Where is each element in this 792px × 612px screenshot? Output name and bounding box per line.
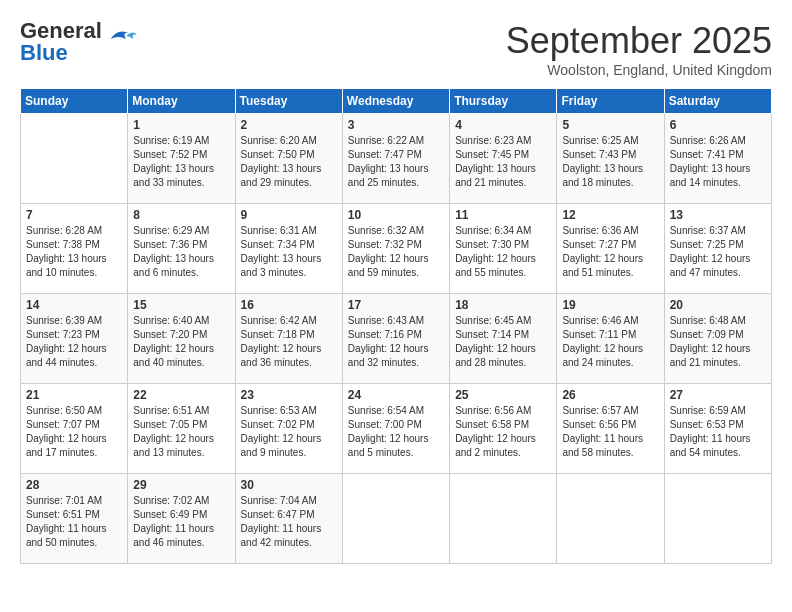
- cell-content: Sunrise: 6:48 AM Sunset: 7:09 PM Dayligh…: [670, 314, 766, 370]
- day-number: 19: [562, 298, 658, 312]
- calendar-cell: 23Sunrise: 6:53 AM Sunset: 7:02 PM Dayli…: [235, 384, 342, 474]
- day-number: 27: [670, 388, 766, 402]
- cell-content: Sunrise: 6:26 AM Sunset: 7:41 PM Dayligh…: [670, 134, 766, 190]
- calendar-cell: [557, 474, 664, 564]
- header-friday: Friday: [557, 89, 664, 114]
- day-number: 28: [26, 478, 122, 492]
- day-number: 24: [348, 388, 444, 402]
- day-number: 6: [670, 118, 766, 132]
- header-saturday: Saturday: [664, 89, 771, 114]
- cell-content: Sunrise: 6:37 AM Sunset: 7:25 PM Dayligh…: [670, 224, 766, 280]
- location: Woolston, England, United Kingdom: [506, 62, 772, 78]
- day-number: 20: [670, 298, 766, 312]
- cell-content: Sunrise: 6:56 AM Sunset: 6:58 PM Dayligh…: [455, 404, 551, 460]
- cell-content: Sunrise: 6:46 AM Sunset: 7:11 PM Dayligh…: [562, 314, 658, 370]
- cell-content: Sunrise: 6:34 AM Sunset: 7:30 PM Dayligh…: [455, 224, 551, 280]
- day-number: 25: [455, 388, 551, 402]
- day-number: 16: [241, 298, 337, 312]
- calendar-cell: 29Sunrise: 7:02 AM Sunset: 6:49 PM Dayli…: [128, 474, 235, 564]
- day-number: 23: [241, 388, 337, 402]
- calendar-cell: 25Sunrise: 6:56 AM Sunset: 6:58 PM Dayli…: [450, 384, 557, 474]
- calendar-cell: 16Sunrise: 6:42 AM Sunset: 7:18 PM Dayli…: [235, 294, 342, 384]
- cell-content: Sunrise: 6:43 AM Sunset: 7:16 PM Dayligh…: [348, 314, 444, 370]
- header-tuesday: Tuesday: [235, 89, 342, 114]
- calendar-cell: 18Sunrise: 6:45 AM Sunset: 7:14 PM Dayli…: [450, 294, 557, 384]
- day-number: 22: [133, 388, 229, 402]
- calendar-cell: 27Sunrise: 6:59 AM Sunset: 6:53 PM Dayli…: [664, 384, 771, 474]
- logo-blue: Blue: [20, 40, 68, 65]
- calendar-week-row: 14Sunrise: 6:39 AM Sunset: 7:23 PM Dayli…: [21, 294, 772, 384]
- calendar-week-row: 21Sunrise: 6:50 AM Sunset: 7:07 PM Dayli…: [21, 384, 772, 474]
- calendar-header-row: SundayMondayTuesdayWednesdayThursdayFrid…: [21, 89, 772, 114]
- day-number: 2: [241, 118, 337, 132]
- calendar-cell: 5Sunrise: 6:25 AM Sunset: 7:43 PM Daylig…: [557, 114, 664, 204]
- calendar-cell: 15Sunrise: 6:40 AM Sunset: 7:20 PM Dayli…: [128, 294, 235, 384]
- logo: General Blue: [20, 20, 137, 64]
- calendar-cell: 30Sunrise: 7:04 AM Sunset: 6:47 PM Dayli…: [235, 474, 342, 564]
- calendar-cell: 21Sunrise: 6:50 AM Sunset: 7:07 PM Dayli…: [21, 384, 128, 474]
- cell-content: Sunrise: 6:19 AM Sunset: 7:52 PM Dayligh…: [133, 134, 229, 190]
- day-number: 18: [455, 298, 551, 312]
- calendar-cell: 20Sunrise: 6:48 AM Sunset: 7:09 PM Dayli…: [664, 294, 771, 384]
- calendar-week-row: 7Sunrise: 6:28 AM Sunset: 7:38 PM Daylig…: [21, 204, 772, 294]
- day-number: 9: [241, 208, 337, 222]
- logo-text: General Blue: [20, 20, 102, 64]
- calendar-cell: 17Sunrise: 6:43 AM Sunset: 7:16 PM Dayli…: [342, 294, 449, 384]
- cell-content: Sunrise: 6:28 AM Sunset: 7:38 PM Dayligh…: [26, 224, 122, 280]
- cell-content: Sunrise: 6:36 AM Sunset: 7:27 PM Dayligh…: [562, 224, 658, 280]
- cell-content: Sunrise: 7:01 AM Sunset: 6:51 PM Dayligh…: [26, 494, 122, 550]
- header-thursday: Thursday: [450, 89, 557, 114]
- cell-content: Sunrise: 6:40 AM Sunset: 7:20 PM Dayligh…: [133, 314, 229, 370]
- calendar-cell: 2Sunrise: 6:20 AM Sunset: 7:50 PM Daylig…: [235, 114, 342, 204]
- calendar-cell: 26Sunrise: 6:57 AM Sunset: 6:56 PM Dayli…: [557, 384, 664, 474]
- cell-content: Sunrise: 6:20 AM Sunset: 7:50 PM Dayligh…: [241, 134, 337, 190]
- calendar-cell: 9Sunrise: 6:31 AM Sunset: 7:34 PM Daylig…: [235, 204, 342, 294]
- cell-content: Sunrise: 7:04 AM Sunset: 6:47 PM Dayligh…: [241, 494, 337, 550]
- header-wednesday: Wednesday: [342, 89, 449, 114]
- cell-content: Sunrise: 6:32 AM Sunset: 7:32 PM Dayligh…: [348, 224, 444, 280]
- calendar-week-row: 28Sunrise: 7:01 AM Sunset: 6:51 PM Dayli…: [21, 474, 772, 564]
- day-number: 21: [26, 388, 122, 402]
- calendar-cell: 1Sunrise: 6:19 AM Sunset: 7:52 PM Daylig…: [128, 114, 235, 204]
- day-number: 30: [241, 478, 337, 492]
- header-monday: Monday: [128, 89, 235, 114]
- logo-bird-icon: [107, 27, 137, 47]
- cell-content: Sunrise: 6:53 AM Sunset: 7:02 PM Dayligh…: [241, 404, 337, 460]
- cell-content: Sunrise: 6:45 AM Sunset: 7:14 PM Dayligh…: [455, 314, 551, 370]
- cell-content: Sunrise: 6:42 AM Sunset: 7:18 PM Dayligh…: [241, 314, 337, 370]
- calendar-week-row: 1Sunrise: 6:19 AM Sunset: 7:52 PM Daylig…: [21, 114, 772, 204]
- calendar-cell: 13Sunrise: 6:37 AM Sunset: 7:25 PM Dayli…: [664, 204, 771, 294]
- day-number: 17: [348, 298, 444, 312]
- day-number: 11: [455, 208, 551, 222]
- day-number: 7: [26, 208, 122, 222]
- calendar-cell: 10Sunrise: 6:32 AM Sunset: 7:32 PM Dayli…: [342, 204, 449, 294]
- cell-content: Sunrise: 6:50 AM Sunset: 7:07 PM Dayligh…: [26, 404, 122, 460]
- day-number: 29: [133, 478, 229, 492]
- cell-content: Sunrise: 6:23 AM Sunset: 7:45 PM Dayligh…: [455, 134, 551, 190]
- calendar-cell: [21, 114, 128, 204]
- calendar-cell: 28Sunrise: 7:01 AM Sunset: 6:51 PM Dayli…: [21, 474, 128, 564]
- calendar-table: SundayMondayTuesdayWednesdayThursdayFrid…: [20, 88, 772, 564]
- cell-content: Sunrise: 6:59 AM Sunset: 6:53 PM Dayligh…: [670, 404, 766, 460]
- day-number: 3: [348, 118, 444, 132]
- title-block: September 2025 Woolston, England, United…: [506, 20, 772, 78]
- day-number: 15: [133, 298, 229, 312]
- calendar-cell: 7Sunrise: 6:28 AM Sunset: 7:38 PM Daylig…: [21, 204, 128, 294]
- cell-content: Sunrise: 6:29 AM Sunset: 7:36 PM Dayligh…: [133, 224, 229, 280]
- calendar-cell: [664, 474, 771, 564]
- cell-content: Sunrise: 6:57 AM Sunset: 6:56 PM Dayligh…: [562, 404, 658, 460]
- cell-content: Sunrise: 6:51 AM Sunset: 7:05 PM Dayligh…: [133, 404, 229, 460]
- day-number: 26: [562, 388, 658, 402]
- calendar-cell: 12Sunrise: 6:36 AM Sunset: 7:27 PM Dayli…: [557, 204, 664, 294]
- header-sunday: Sunday: [21, 89, 128, 114]
- cell-content: Sunrise: 6:54 AM Sunset: 7:00 PM Dayligh…: [348, 404, 444, 460]
- cell-content: Sunrise: 7:02 AM Sunset: 6:49 PM Dayligh…: [133, 494, 229, 550]
- day-number: 5: [562, 118, 658, 132]
- day-number: 14: [26, 298, 122, 312]
- calendar-cell: 24Sunrise: 6:54 AM Sunset: 7:00 PM Dayli…: [342, 384, 449, 474]
- cell-content: Sunrise: 6:39 AM Sunset: 7:23 PM Dayligh…: [26, 314, 122, 370]
- calendar-cell: 11Sunrise: 6:34 AM Sunset: 7:30 PM Dayli…: [450, 204, 557, 294]
- day-number: 12: [562, 208, 658, 222]
- cell-content: Sunrise: 6:22 AM Sunset: 7:47 PM Dayligh…: [348, 134, 444, 190]
- calendar-cell: 22Sunrise: 6:51 AM Sunset: 7:05 PM Dayli…: [128, 384, 235, 474]
